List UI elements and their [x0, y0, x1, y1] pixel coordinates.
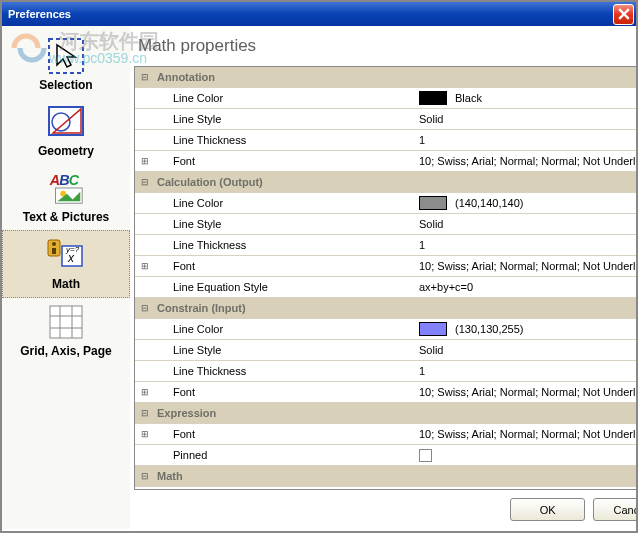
sidebar-item-label: Grid, Axis, Page	[20, 344, 112, 358]
selection-icon	[46, 36, 86, 76]
color-swatch	[419, 322, 447, 336]
prop-label: Line Style	[155, 113, 415, 125]
prop-value[interactable]: 10; Swiss; Arial; Normal; Normal; Not Un…	[415, 260, 638, 272]
prop-label: Pinned	[155, 449, 415, 461]
prop-row[interactable]: Line Thickness1	[135, 235, 638, 256]
close-button[interactable]	[613, 4, 634, 25]
section-math[interactable]: ⊟Math	[135, 466, 638, 487]
expand-icon[interactable]: ⊞	[135, 261, 155, 271]
collapse-icon[interactable]: ⊟	[135, 303, 155, 313]
prop-value[interactable]: Solid	[415, 113, 638, 125]
prop-value[interactable]: (130,130,255)	[415, 322, 638, 336]
prop-label: Line Thickness	[155, 239, 415, 251]
checkbox[interactable]	[419, 449, 432, 462]
prop-value[interactable]: Black	[415, 91, 638, 105]
expand-icon[interactable]: ⊞	[135, 387, 155, 397]
prop-row[interactable]: Line Color(140,140,140)	[135, 193, 638, 214]
prop-label: Font	[155, 428, 415, 440]
expand-icon[interactable]: ⊞	[135, 156, 155, 166]
prop-label: Line Style	[155, 218, 415, 230]
close-icon	[618, 8, 630, 20]
page-title: Math properties	[134, 36, 638, 56]
prop-row[interactable]: Line StyleSolid	[135, 214, 638, 235]
sidebar-item-selection[interactable]: Selection	[2, 32, 130, 98]
collapse-icon[interactable]: ⊟	[135, 471, 155, 481]
sidebar: Selection Geometry ABC Text & Pictures y…	[2, 26, 130, 529]
prop-label: Font	[155, 155, 415, 167]
color-swatch	[419, 196, 447, 210]
titlebar[interactable]: Preferences	[2, 2, 636, 26]
sidebar-item-label: Text & Pictures	[23, 210, 109, 224]
collapse-icon[interactable]: ⊟	[135, 72, 155, 82]
prop-row[interactable]: Line StyleSolid	[135, 340, 638, 361]
svg-rect-10	[52, 248, 56, 254]
svg-text:x: x	[67, 251, 75, 265]
prop-value[interactable]: Solid	[415, 344, 638, 356]
prop-row[interactable]: Line StyleSolid	[135, 109, 638, 130]
prop-value[interactable]: 10; Swiss; Arial; Normal; Normal; Not Un…	[415, 386, 638, 398]
prop-label: Line Style	[155, 344, 415, 356]
text-pictures-icon: ABC	[46, 168, 86, 208]
sidebar-item-label: Geometry	[38, 144, 94, 158]
sidebar-item-label: Math	[52, 277, 80, 291]
color-swatch	[419, 91, 447, 105]
prop-row[interactable]: Line ColorBlack	[135, 88, 638, 109]
prop-row[interactable]: ⊞Font10; Swiss; Arial; Normal; Normal; N…	[135, 151, 638, 172]
prop-label: Font	[155, 386, 415, 398]
sidebar-item-text-pictures[interactable]: ABC Text & Pictures	[2, 164, 130, 230]
property-grid[interactable]: ⊟Annotation Line ColorBlack Line StyleSo…	[135, 67, 638, 489]
prop-row[interactable]: Line Equation Styleax+by+c=0	[135, 277, 638, 298]
section-annotation[interactable]: ⊟Annotation	[135, 67, 638, 88]
prop-value[interactable]: ax+by+c=0	[415, 281, 638, 293]
cancel-button[interactable]: Cancel	[593, 498, 638, 521]
sidebar-item-math[interactable]: y=?x Math	[2, 230, 130, 298]
prop-row[interactable]: ⊞Font10; Swiss; Arial; Normal; Normal; N…	[135, 256, 638, 277]
prop-row[interactable]: Line Thickness1	[135, 130, 638, 151]
ok-button[interactable]: OK	[510, 498, 585, 521]
prop-row[interactable]: Line Thickness1	[135, 361, 638, 382]
prop-value[interactable]	[415, 449, 638, 462]
prop-label: Line Thickness	[155, 134, 415, 146]
collapse-icon[interactable]: ⊟	[135, 408, 155, 418]
prop-value[interactable]: Solid	[415, 218, 638, 230]
prop-label: Font	[155, 260, 415, 272]
prop-row[interactable]: Line Color(130,130,255)	[135, 319, 638, 340]
prop-row[interactable]: Pinned	[135, 445, 638, 466]
section-calculation[interactable]: ⊟Calculation (Output)	[135, 172, 638, 193]
prop-value[interactable]: 1	[415, 239, 638, 251]
prop-label: Line Thickness	[155, 365, 415, 377]
sidebar-item-geometry[interactable]: Geometry	[2, 98, 130, 164]
expand-icon[interactable]: ⊞	[135, 429, 155, 439]
sidebar-item-label: Selection	[39, 78, 92, 92]
prop-row[interactable]: Angle ModeRadians	[135, 487, 638, 489]
svg-rect-14	[50, 306, 82, 338]
section-expression[interactable]: ⊟Expression	[135, 403, 638, 424]
svg-point-9	[52, 242, 56, 246]
section-constrain[interactable]: ⊟Constrain (Input)	[135, 298, 638, 319]
prop-value[interactable]: 10; Swiss; Arial; Normal; Normal; Not Un…	[415, 428, 638, 440]
prop-value[interactable]: 1	[415, 134, 638, 146]
svg-text:C: C	[69, 172, 80, 188]
prop-row[interactable]: ⊞Font10; Swiss; Arial; Normal; Normal; N…	[135, 382, 638, 403]
prop-label: Line Color	[155, 92, 415, 104]
math-icon: y=?x	[46, 235, 86, 275]
window-title: Preferences	[8, 8, 71, 20]
grid-icon	[46, 302, 86, 342]
prop-value[interactable]: 1	[415, 365, 638, 377]
collapse-icon[interactable]: ⊟	[135, 177, 155, 187]
prop-label: Line Equation Style	[155, 281, 415, 293]
prop-label: Line Color	[155, 197, 415, 209]
geometry-icon	[46, 102, 86, 142]
prop-row[interactable]: ⊞Font10; Swiss; Arial; Normal; Normal; N…	[135, 424, 638, 445]
prop-value[interactable]: 10; Swiss; Arial; Normal; Normal; Not Un…	[415, 155, 638, 167]
prop-label: Line Color	[155, 323, 415, 335]
prop-value[interactable]: (140,140,140)	[415, 196, 638, 210]
sidebar-item-grid-axis-page[interactable]: Grid, Axis, Page	[2, 298, 130, 364]
